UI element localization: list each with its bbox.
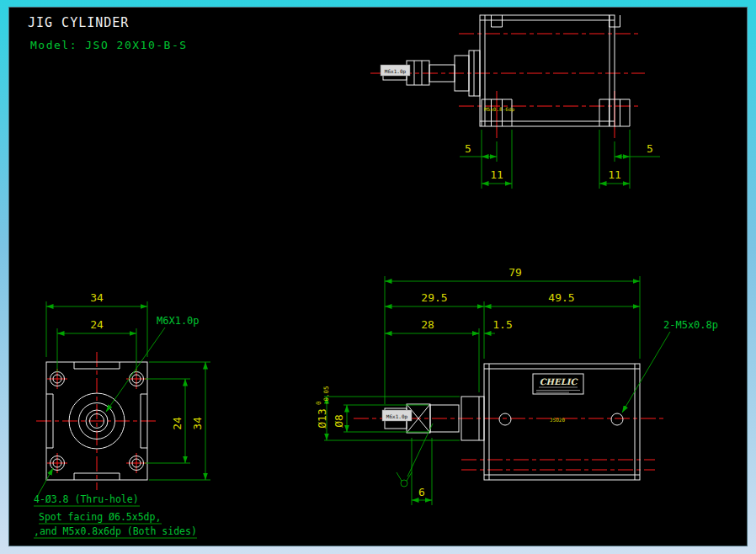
top-view-dimensions: 5 11 11 5 <box>460 130 660 189</box>
front-thread-callout: M6X1.0p <box>157 315 200 327</box>
side-view: CHELIC JSO20 M6x1.0p <box>315 266 718 505</box>
dim-side-dia13-tol-upper: 0 <box>315 401 322 405</box>
brand-logo: CHELIC <box>540 377 578 386</box>
note-thread-both-sides: ,and M5x0.8x6dp (Both sides) <box>34 525 197 537</box>
side-hole-callout: 2-M5x0.8p <box>663 319 718 331</box>
dim-side-dia13-tol-lower: -0.05 <box>322 386 330 405</box>
side-thread-label: M6x1.0p <box>386 413 408 420</box>
side-view-geometry <box>385 364 640 480</box>
dim-front-24-right: 24 <box>171 417 184 430</box>
side-view-centerlines <box>354 418 663 470</box>
side-view-dimensions: 79 29.5 49.5 28 1.5 <box>315 266 718 505</box>
side-view-nameplate: CHELIC <box>533 374 583 394</box>
dim-top-11-right: 11 <box>608 168 621 181</box>
drawing-model: Model: JSO 20X10-B-S <box>30 39 188 51</box>
top-view-centerlines <box>370 34 645 138</box>
drawing-title: JIG CYLINDER <box>28 15 129 30</box>
top-view: M6x1.0p M5x0.8-6dp 5 11 11 <box>370 15 660 189</box>
dim-front-34-right: 34 <box>191 417 204 430</box>
side-view-thread-tag: M6x1.0p <box>382 410 412 421</box>
app-background: JIG CYLINDER Model: JSO 20X10-B-S <box>0 0 756 554</box>
dim-side-dia13: Ø13 <box>316 408 328 428</box>
dim-side-dia8: Ø8 <box>333 414 345 428</box>
part-code: JSO20 <box>550 417 565 423</box>
dim-side-49-5: 49.5 <box>548 291 574 304</box>
dim-front-24-top: 24 <box>90 318 104 331</box>
dim-top-5-right: 5 <box>647 142 653 155</box>
cad-viewport[interactable]: JIG CYLINDER Model: JSO 20X10-B-S <box>8 7 748 546</box>
dim-front-34-top: 34 <box>90 291 104 304</box>
cad-drawing: JIG CYLINDER Model: JSO 20X10-B-S <box>9 8 747 546</box>
dim-top-5-left: 5 <box>465 142 471 155</box>
front-view-notes: 4-Ø3.8 (Thru-hole) Spot facing Ø6.5x5dp,… <box>34 468 197 538</box>
note-thru-hole: 4-Ø3.8 (Thru-hole) <box>34 493 139 505</box>
front-view-dimensions: 34 24 24 34 M6X1.0p <box>46 291 210 480</box>
dim-side-6: 6 <box>418 486 425 498</box>
front-view: 34 24 24 34 M6X1.0p <box>34 291 210 538</box>
dim-side-28: 28 <box>421 318 434 331</box>
dim-side-29-5: 29.5 <box>421 291 447 304</box>
dim-top-11-left: 11 <box>490 168 503 181</box>
top-view-thread-tag: M6x1.0p <box>381 65 410 76</box>
top-hole-note: M5x0.8-6dp <box>484 106 515 113</box>
dim-side-79: 79 <box>508 266 522 279</box>
top-thread-label: M6x1.0p <box>385 68 407 75</box>
dim-side-1-5: 1.5 <box>492 318 512 331</box>
note-spot-facing: Spot facing Ø6.5x5dp, <box>39 511 161 523</box>
